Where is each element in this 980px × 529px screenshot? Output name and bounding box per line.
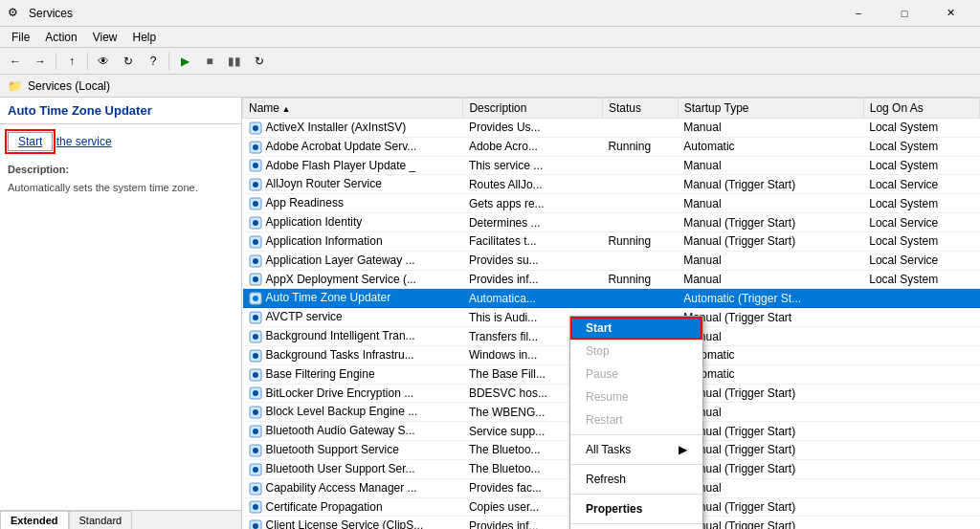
service-logon: Local System <box>863 156 979 175</box>
col-description[interactable]: Description <box>463 99 603 119</box>
service-startup: Manual (Trigger Start) <box>678 497 863 517</box>
tab-extended[interactable]: Extended <box>0 511 69 529</box>
service-logon <box>863 517 979 529</box>
service-status <box>602 175 678 194</box>
service-status <box>602 213 678 232</box>
col-logon[interactable]: Log On As <box>863 99 979 119</box>
service-logon <box>863 384 979 403</box>
show-hide-button[interactable]: 👁 <box>92 51 115 72</box>
svg-point-19 <box>253 296 258 301</box>
context-menu-ctx-properties[interactable]: Properties <box>570 497 702 520</box>
restart-button[interactable]: ↻ <box>248 51 271 72</box>
svg-point-37 <box>253 467 258 473</box>
maximize-button[interactable]: □ <box>882 4 926 23</box>
svg-point-1 <box>253 125 258 131</box>
back-button[interactable]: ← <box>4 51 27 72</box>
service-startup: Automatic <box>678 137 863 156</box>
table-row[interactable]: Application Information Facilitates t...… <box>243 231 980 251</box>
menu-file[interactable]: File <box>4 29 37 46</box>
context-menu-separator <box>570 494 702 495</box>
menu-help[interactable]: Help <box>125 29 165 46</box>
play-button[interactable]: ▶ <box>173 51 196 72</box>
col-startup[interactable]: Startup Type <box>678 99 863 119</box>
service-name: Client License Service (ClipS... <box>243 517 463 529</box>
service-startup: Manual <box>678 194 863 213</box>
tab-standard[interactable]: Standard <box>69 511 133 529</box>
toolbar-sep-3 <box>168 53 169 70</box>
service-description: Automatica... <box>463 289 603 308</box>
table-row[interactable]: Auto Time Zone Updater Automatica... Aut… <box>243 289 980 308</box>
minimize-button[interactable]: − <box>836 4 880 23</box>
service-name: Block Level Backup Engine ... <box>243 403 463 422</box>
svg-point-7 <box>253 182 258 187</box>
context-menu-ctx-stop: Stop <box>570 340 702 363</box>
service-name: Auto Time Zone Updater <box>243 289 463 308</box>
table-row[interactable]: AppX Deployment Service (... Provides in… <box>243 270 980 289</box>
service-description: Provides su... <box>463 251 603 270</box>
service-description: Gets apps re... <box>463 194 603 213</box>
context-menu-ctx-start[interactable]: Start <box>570 317 702 340</box>
service-startup: Manual <box>678 156 863 175</box>
service-status <box>602 251 678 270</box>
service-description: Determines ... <box>463 213 603 232</box>
service-status <box>602 119 678 138</box>
pause-button[interactable]: ▮▮ <box>223 51 246 72</box>
service-status <box>602 289 678 308</box>
service-startup: Automatic (Trigger St... <box>678 289 863 308</box>
menu-bar: File Action View Help <box>0 27 980 48</box>
svg-point-31 <box>253 409 258 415</box>
service-logon: Local System <box>863 194 979 213</box>
col-name[interactable]: Name <box>243 99 463 119</box>
service-name: ActiveX Installer (AxInstSV) <box>243 119 463 138</box>
menu-view[interactable]: View <box>85 29 125 46</box>
service-name: Adobe Flash Player Update _ <box>243 156 463 175</box>
service-status <box>602 194 678 213</box>
table-row[interactable]: Application Identity Determines ... Manu… <box>243 213 980 232</box>
stop-button[interactable]: ■ <box>198 51 221 72</box>
service-startup: Manual (Trigger Start) <box>678 213 863 232</box>
service-startup: Automatic <box>678 364 863 384</box>
service-logon <box>863 497 979 517</box>
svg-point-13 <box>253 239 258 245</box>
table-row[interactable]: Application Layer Gateway ... Provides s… <box>243 251 980 270</box>
refresh-toolbar-button[interactable]: ↻ <box>117 51 140 72</box>
close-button[interactable]: ✕ <box>928 4 972 23</box>
service-name: Application Layer Gateway ... <box>243 251 463 270</box>
service-name: Bluetooth Support Service <box>243 441 463 460</box>
context-menu-ctx-alltasks[interactable]: All Tasks▶ <box>570 438 702 461</box>
service-startup: Manual <box>678 327 863 346</box>
table-row[interactable]: Adobe Acrobat Update Serv... Adobe Acro.… <box>243 137 980 156</box>
panel-tabs: Extended Standard <box>0 510 241 529</box>
helper-text: the service <box>56 135 112 148</box>
col-status[interactable]: Status <box>602 99 678 119</box>
svg-point-23 <box>253 334 258 340</box>
left-panel: Auto Time Zone Updater Start the service… <box>0 98 242 529</box>
table-row[interactable]: Adobe Flash Player Update _ This service… <box>243 156 980 175</box>
service-startup: Manual (Trigger Start) <box>678 231 863 251</box>
service-startup: Automatic <box>678 345 863 364</box>
breadcrumb-icon: 📁 <box>8 79 22 93</box>
start-service-button[interactable]: Start <box>8 132 53 151</box>
table-row[interactable]: App Readiness Gets apps re... Manual Loc… <box>243 194 980 213</box>
service-logon <box>863 478 979 497</box>
service-name: Certificate Propagation <box>243 497 463 517</box>
forward-button[interactable]: → <box>29 51 52 72</box>
service-logon: Local System <box>863 119 979 138</box>
service-description: Routes AllJo... <box>463 175 603 194</box>
app-icon: ⚙ <box>8 6 23 21</box>
context-menu-ctx-resume: Resume <box>570 386 702 408</box>
service-logon: Local System <box>863 270 979 289</box>
svg-point-39 <box>253 486 258 492</box>
menu-action[interactable]: Action <box>37 29 84 46</box>
table-row[interactable]: AllJoyn Router Service Routes AllJo... M… <box>243 175 980 194</box>
service-name: AllJoyn Router Service <box>243 175 463 194</box>
up-button[interactable]: ↑ <box>60 51 83 72</box>
context-menu-ctx-refresh[interactable]: Refresh <box>570 468 702 491</box>
toolbar-sep-1 <box>56 53 56 70</box>
window-title: Services <box>29 7 836 20</box>
table-row[interactable]: ActiveX Installer (AxInstSV) Provides Us… <box>243 119 980 138</box>
service-name: Application Identity <box>243 213 463 232</box>
service-description: Provides Us... <box>463 119 603 138</box>
help-toolbar-button[interactable]: ? <box>142 51 165 72</box>
service-status: Running <box>602 270 678 289</box>
